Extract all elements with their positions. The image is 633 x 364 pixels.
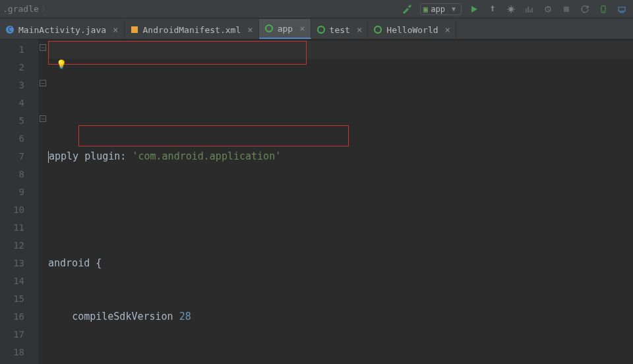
hammer-icon[interactable]	[402, 3, 413, 15]
code-editor[interactable]: 1 2 3 4 5 6 7 8 9 10 11 12 13 14 15 16 1…	[0, 40, 633, 364]
svg-point-9	[266, 25, 272, 32]
breadcrumb[interactable]: .gradle 〉	[0, 4, 49, 14]
breadcrumb-item: .gradle	[3, 4, 39, 14]
android-module-icon: ▣	[423, 5, 428, 14]
java-class-icon: C	[5, 25, 15, 34]
svg-point-11	[375, 26, 381, 33]
chevron-right-icon: 〉	[42, 4, 49, 14]
profiler-icon[interactable]	[524, 3, 535, 15]
line-number: 15	[0, 290, 24, 308]
toolbar-actions: ▣ app ▼	[402, 3, 633, 15]
apply-changes-icon[interactable]	[487, 3, 498, 15]
svg-rect-2	[564, 7, 569, 12]
line-number: 1	[0, 41, 24, 59]
line-number: 11	[0, 219, 24, 237]
tab-label: app	[278, 24, 293, 34]
line-number: 4	[0, 94, 24, 112]
code-token: compileSdkVersion	[72, 311, 179, 322]
line-number: 8	[0, 166, 24, 183]
run-config-label: app	[431, 5, 445, 14]
code-token: 'com.android.application'	[132, 150, 281, 162]
close-icon[interactable]: ×	[113, 24, 118, 35]
fold-column: − − −	[38, 40, 48, 364]
line-number: 16	[0, 308, 24, 326]
line-number: 12	[0, 237, 24, 255]
avd-icon[interactable]	[597, 3, 609, 15]
tab-app-gradle[interactable]: app ×	[259, 19, 311, 39]
gradle-icon	[264, 24, 274, 33]
fold-toggle-icon[interactable]: −	[40, 44, 46, 51]
svg-point-4	[603, 11, 604, 12]
code-token: android {	[48, 257, 102, 269]
code-token: plugin:	[78, 150, 132, 162]
debug-icon[interactable]	[505, 3, 517, 15]
run-icon[interactable]	[468, 3, 480, 15]
tab-label: MainActivity.java	[18, 25, 106, 35]
close-icon[interactable]: ×	[247, 24, 253, 35]
svg-point-10	[318, 26, 324, 33]
xml-icon	[130, 25, 139, 34]
run-configuration-selector[interactable]: ▣ app ▼	[420, 3, 462, 15]
tab-label: HelloWorld	[386, 25, 438, 35]
stop-icon[interactable]	[560, 3, 572, 15]
line-number: 3	[0, 76, 24, 94]
current-line-highlight	[48, 41, 633, 59]
line-number: 2	[0, 59, 24, 76]
tab-label: test	[330, 25, 350, 35]
line-number: 17	[0, 326, 24, 344]
sync-icon[interactable]	[579, 3, 591, 15]
line-gutter: 1 2 3 4 5 6 7 8 9 10 11 12 13 14 15 16 1…	[0, 40, 38, 364]
editor-tabs: C MainActivity.java × AndroidManifest.xm…	[0, 18, 633, 40]
svg-rect-8	[131, 26, 138, 33]
line-number: 13	[0, 255, 24, 272]
close-icon[interactable]: ×	[299, 23, 305, 34]
tab-test[interactable]: test ×	[311, 20, 369, 39]
line-number: 9	[0, 183, 24, 201]
line-number: 10	[0, 201, 24, 219]
tab-helloworld[interactable]: HelloWorld ×	[368, 20, 456, 39]
line-number: 5	[0, 112, 24, 130]
dropdown-icon: ▼	[452, 5, 456, 13]
gradle-icon	[373, 25, 382, 34]
intention-bulb-icon[interactable]: 💡	[56, 55, 67, 73]
tab-manifest[interactable]: AndroidManifest.xml ×	[125, 20, 259, 39]
sdk-icon[interactable]	[616, 3, 628, 15]
code-content[interactable]: 💡 apply plugin: 'com.android.application…	[48, 40, 633, 364]
code-token: apply	[49, 150, 78, 162]
close-icon[interactable]: ×	[357, 24, 362, 35]
tab-label: AndroidManifest.xml	[143, 25, 241, 35]
line-number: 18	[0, 344, 24, 361]
svg-rect-5	[618, 7, 625, 11]
svg-text:C: C	[8, 26, 11, 33]
top-toolbar: .gradle 〉 ▣ app ▼	[0, 0, 633, 18]
gradle-icon	[316, 25, 326, 34]
line-number: 6	[0, 130, 24, 148]
code-token: 28	[179, 311, 191, 322]
annotation-box	[78, 125, 349, 146]
line-number: 7	[0, 148, 24, 166]
attach-debugger-icon[interactable]	[542, 3, 554, 15]
fold-toggle-icon[interactable]: −	[40, 115, 46, 122]
fold-toggle-icon[interactable]: −	[40, 80, 46, 86]
tab-mainactivity[interactable]: C MainActivity.java ×	[0, 20, 125, 39]
close-icon[interactable]: ×	[445, 24, 450, 35]
line-number: 14	[0, 272, 24, 290]
